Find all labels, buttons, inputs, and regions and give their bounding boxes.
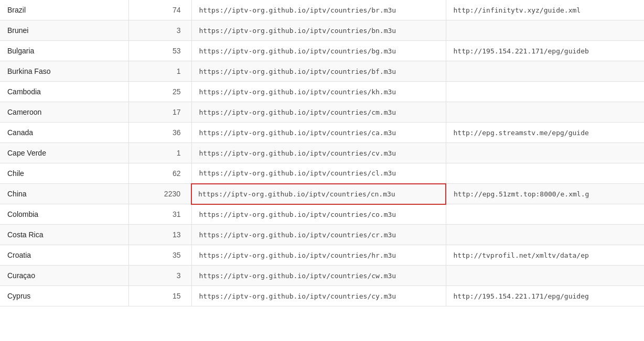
country-cell: Cape Verde <box>0 143 128 163</box>
table-row[interactable]: Bulgaria53https://iptv-org.github.io/ipt… <box>0 41 644 61</box>
epg-cell[interactable] <box>446 20 644 41</box>
country-cell: Chile <box>0 163 128 184</box>
playlist-cell[interactable]: https://iptv-org.github.io/iptv/countrie… <box>191 82 446 102</box>
epg-cell[interactable] <box>446 266 644 286</box>
channels-cell: 2230 <box>128 184 191 204</box>
channels-cell: 31 <box>128 204 191 225</box>
country-cell: Croatia <box>0 245 128 266</box>
country-cell: Cyprus <box>0 286 128 306</box>
country-cell: Canada <box>0 123 128 143</box>
table-row[interactable]: Curaçao3https://iptv-org.github.io/iptv/… <box>0 266 644 286</box>
countries-table: Brazil74https://iptv-org.github.io/iptv/… <box>0 0 644 306</box>
channels-cell: 13 <box>128 225 191 245</box>
table-row[interactable]: Cameroon17https://iptv-org.github.io/ipt… <box>0 102 644 123</box>
country-cell: China <box>0 184 128 204</box>
country-cell: Costa Rica <box>0 225 128 245</box>
country-cell: Burkina Faso <box>0 61 128 82</box>
epg-cell[interactable]: http://tvprofil.net/xmltv/data/ep <box>446 245 644 266</box>
playlist-cell[interactable]: https://iptv-org.github.io/iptv/countrie… <box>191 184 446 204</box>
epg-cell[interactable] <box>446 61 644 82</box>
country-cell: Cambodia <box>0 82 128 102</box>
table-row[interactable]: Brunei3https://iptv-org.github.io/iptv/c… <box>0 20 644 41</box>
table-container: Brazil74https://iptv-org.github.io/iptv/… <box>0 0 644 306</box>
playlist-cell[interactable]: https://iptv-org.github.io/iptv/countrie… <box>191 20 446 41</box>
epg-cell[interactable]: http://epg.streamstv.me/epg/guide <box>446 123 644 143</box>
epg-cell[interactable]: http://infinitytv.xyz/guide.xml <box>446 0 644 20</box>
country-cell: Brazil <box>0 0 128 20</box>
channels-cell: 62 <box>128 163 191 184</box>
channels-cell: 1 <box>128 61 191 82</box>
table-row[interactable]: Chile62https://iptv-org.github.io/iptv/c… <box>0 163 644 184</box>
playlist-cell[interactable]: https://iptv-org.github.io/iptv/countrie… <box>191 266 446 286</box>
epg-cell[interactable] <box>446 82 644 102</box>
channels-cell: 3 <box>128 20 191 41</box>
epg-cell[interactable]: http://195.154.221.171/epg/guideb <box>446 41 644 61</box>
channels-cell: 1 <box>128 143 191 163</box>
epg-cell[interactable] <box>446 163 644 184</box>
table-row[interactable]: Colombia31https://iptv-org.github.io/ipt… <box>0 204 644 225</box>
playlist-cell[interactable]: https://iptv-org.github.io/iptv/countrie… <box>191 245 446 266</box>
playlist-cell[interactable]: https://iptv-org.github.io/iptv/countrie… <box>191 143 446 163</box>
playlist-cell[interactable]: https://iptv-org.github.io/iptv/countrie… <box>191 41 446 61</box>
playlist-cell[interactable]: https://iptv-org.github.io/iptv/countrie… <box>191 163 446 184</box>
channels-cell: 53 <box>128 41 191 61</box>
playlist-cell[interactable]: https://iptv-org.github.io/iptv/countrie… <box>191 225 446 245</box>
country-cell: Curaçao <box>0 266 128 286</box>
epg-cell[interactable] <box>446 143 644 163</box>
playlist-cell[interactable]: https://iptv-org.github.io/iptv/countrie… <box>191 102 446 123</box>
playlist-cell[interactable]: https://iptv-org.github.io/iptv/countrie… <box>191 123 446 143</box>
table-row[interactable]: Canada36https://iptv-org.github.io/iptv/… <box>0 123 644 143</box>
table-row[interactable]: Croatia35https://iptv-org.github.io/iptv… <box>0 245 644 266</box>
channels-cell: 74 <box>128 0 191 20</box>
table-row[interactable]: Cape Verde1https://iptv-org.github.io/ip… <box>0 143 644 163</box>
table-row[interactable]: China2230https://iptv-org.github.io/iptv… <box>0 184 644 204</box>
table-row[interactable]: Brazil74https://iptv-org.github.io/iptv/… <box>0 0 644 20</box>
country-cell: Cameroon <box>0 102 128 123</box>
table-row[interactable]: Cyprus15https://iptv-org.github.io/iptv/… <box>0 286 644 306</box>
epg-cell[interactable]: http://195.154.221.171/epg/guideg <box>446 286 644 306</box>
playlist-cell[interactable]: https://iptv-org.github.io/iptv/countrie… <box>191 0 446 20</box>
playlist-cell[interactable]: https://iptv-org.github.io/iptv/countrie… <box>191 61 446 82</box>
channels-cell: 36 <box>128 123 191 143</box>
country-cell: Brunei <box>0 20 128 41</box>
channels-cell: 17 <box>128 102 191 123</box>
country-cell: Bulgaria <box>0 41 128 61</box>
epg-cell[interactable] <box>446 225 644 245</box>
channels-cell: 35 <box>128 245 191 266</box>
channels-cell: 3 <box>128 266 191 286</box>
playlist-cell[interactable]: https://iptv-org.github.io/iptv/countrie… <box>191 204 446 225</box>
playlist-cell[interactable]: https://iptv-org.github.io/iptv/countrie… <box>191 286 446 306</box>
country-cell: Colombia <box>0 204 128 225</box>
channels-cell: 25 <box>128 82 191 102</box>
epg-cell[interactable] <box>446 204 644 225</box>
epg-cell[interactable] <box>446 102 644 123</box>
table-row[interactable]: Burkina Faso1https://iptv-org.github.io/… <box>0 61 644 82</box>
table-row[interactable]: Cambodia25https://iptv-org.github.io/ipt… <box>0 82 644 102</box>
channels-cell: 15 <box>128 286 191 306</box>
epg-cell[interactable]: http://epg.51zmt.top:8000/e.xml.g <box>446 184 644 204</box>
table-row[interactable]: Costa Rica13https://iptv-org.github.io/i… <box>0 225 644 245</box>
